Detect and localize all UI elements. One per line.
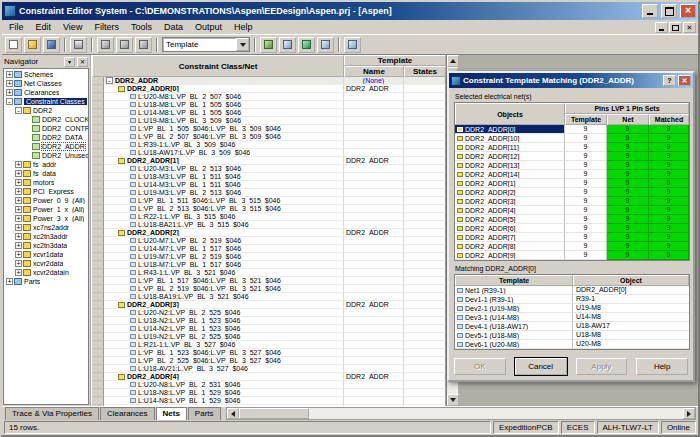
matched-count-cell[interactable]: 9 (649, 170, 689, 179)
tree-expander-icon[interactable]: + (15, 224, 22, 231)
navigator-close-icon[interactable]: ✕ (77, 57, 88, 67)
grid-row-l-u14-m7-l-vp-bl-1-517-046[interactable]: L:U14-M7:L.VP_BL_1_517_$046 (92, 245, 446, 253)
net-count-cell[interactable]: 9 (607, 215, 649, 224)
grid-row-ddr2-addr-4[interactable]: DDR2_ADDR[4]DDR2_ADDR (92, 373, 446, 381)
tree-item-ddr2-clocks[interactable]: DDR2_CLOCKS (5, 115, 88, 124)
template-states-cell[interactable] (404, 373, 446, 381)
object-cell[interactable]: DDR2_ADDR[13] (455, 161, 565, 170)
template-name-cell[interactable] (344, 245, 404, 253)
menu-output[interactable]: Output (189, 21, 228, 33)
net-count-cell[interactable]: 9 (607, 143, 649, 152)
net-count-cell[interactable]: 9 (607, 125, 649, 134)
tree-expander-icon[interactable]: + (15, 188, 22, 195)
grid-row-l-u14-m8-l-vp-bl-1-505-046[interactable]: L:U14-M8:L.VP_BL_1_505_$046 (92, 109, 446, 117)
dialog-object-row-ddr2-addr-13[interactable]: DDR2_ADDR[13]999 (455, 161, 689, 170)
grid-row-l-u19-n2-l-vp-bl-2-525-046[interactable]: L:U19-N2:L.VP_BL_2_525_$046 (92, 333, 446, 341)
match-object-cell[interactable]: DDR2_ADDR[0] (573, 286, 689, 295)
template-count-cell[interactable]: 9 (565, 251, 607, 260)
tree-expander-icon[interactable]: + (15, 179, 22, 186)
grid-row-l-u20-n8-l-vp-bl-2-531-046[interactable]: L:U20-N8:L.VP_BL_2_531_$046 (92, 381, 446, 389)
match-template-cell[interactable]: Dev6-1 (U20-M8) (455, 340, 573, 349)
template-count-cell[interactable]: 9 (565, 224, 607, 233)
tree-item-ddr2-unused[interactable]: DDR2_Unused (5, 151, 88, 160)
matched-count-cell[interactable]: 9 (649, 188, 689, 197)
title-bar[interactable]: Constraint Editor System - C:\DEMONSTRAT… (2, 2, 698, 20)
template-column-header[interactable]: Template (565, 114, 607, 125)
tree-item-pci-express[interactable]: +PCI_Express (5, 187, 88, 196)
template-states-cell[interactable] (404, 213, 446, 221)
template-states-cell[interactable] (404, 149, 446, 157)
template-count-cell[interactable]: 9 (565, 206, 607, 215)
grid-row-l-vp-bl-2-507-046-l-vp-bl-3-509-046[interactable]: L:VP_BL_2_507_$046:L.VP_BL_3_509_$046 (92, 133, 446, 141)
template-states-cell[interactable] (404, 397, 446, 405)
dialog-title-bar[interactable]: Constraint Template Matching (DDR2_ADDR)… (449, 73, 693, 88)
matched-count-cell[interactable]: 9 (649, 233, 689, 242)
object-cell[interactable]: DDR2_ADDR[3] (455, 197, 565, 206)
tree-expander-icon[interactable]: + (15, 233, 22, 240)
match-template-cell[interactable]: Dev1-1 (R39-1) (455, 295, 573, 304)
tree-expander-icon[interactable]: + (15, 161, 22, 168)
template-name-cell[interactable] (344, 101, 404, 109)
template-states-cell[interactable] (404, 85, 446, 93)
tree-item-fs-data[interactable]: +fs_data (5, 169, 88, 178)
template-states-cell[interactable] (404, 405, 446, 406)
template-name-cell[interactable] (344, 205, 404, 213)
dialog-match-row-dev1-1-r39-1[interactable]: Dev1-1 (R39-1)R39-1 (455, 295, 689, 304)
object-cell[interactable]: DDR2_ADDR[0] (455, 125, 565, 134)
template-count-cell[interactable]: 9 (565, 197, 607, 206)
template-name-cell[interactable] (344, 189, 404, 197)
template-states-cell[interactable] (404, 301, 446, 309)
grid-row-l-u18-aw17-l-vp-bl-3-509-046[interactable]: L:U18-AW17:L.VP_BL_3_509_$046 (92, 149, 446, 157)
grid-row-l-vp-bl-1-505-046-l-vp-bl-3-509-046[interactable]: L:VP_BL_1_505_$046:L.VP_BL_3_509_$046 (92, 125, 446, 133)
template-states-cell[interactable] (404, 365, 446, 373)
match-object-cell[interactable]: R39-1 (573, 295, 689, 304)
dialog-object-row-ddr2-addr-14[interactable]: DDR2_ADDR[14]999 (455, 170, 689, 179)
template-name-cell[interactable] (344, 213, 404, 221)
dialog-match-row-dev5-1-u18-m8[interactable]: Dev5-1 (U18-M8)U18-M8 (455, 331, 689, 340)
dialog-object-row-ddr2-addr-4[interactable]: DDR2_ADDR[4]999 (455, 206, 689, 215)
mdi-close-icon[interactable]: ✕ (683, 22, 696, 33)
matched-count-cell[interactable]: 9 (649, 179, 689, 188)
match-object-cell[interactable]: U19-M8 (573, 304, 689, 313)
toolbar-button-display-icon[interactable] (317, 37, 334, 53)
tree-expander-icon[interactable]: + (6, 278, 13, 285)
dialog-object-row-ddr2-addr-8[interactable]: DDR2_ADDR[8]999 (455, 242, 689, 251)
template-states-cell[interactable] (404, 245, 446, 253)
object-cell[interactable]: DDR2_ADDR[1] (455, 179, 565, 188)
column-header-name[interactable]: Name (344, 66, 404, 77)
object-cell[interactable]: DDR2_ADDR[4] (455, 206, 565, 215)
template-states-cell[interactable] (404, 133, 446, 141)
menu-help[interactable]: Help (228, 21, 259, 33)
dialog-match-row-dev2-1-u19-m8[interactable]: Dev2-1 (U19-M8)U19-M8 (455, 304, 689, 313)
template-states-cell[interactable] (404, 237, 446, 245)
tree-expander-icon[interactable]: + (15, 242, 22, 249)
menu-filters[interactable]: Filters (88, 21, 125, 33)
match-object-cell[interactable]: U14-M8 (573, 313, 689, 322)
grid-row-l-u18-av21-l-vp-bl-3-527-046[interactable]: L:U18-AV21:L.VP_BL_3_527_$046 (92, 365, 446, 373)
template-combobox[interactable]: Template (162, 37, 250, 52)
grid-row-l-vp-bl-2-525-046-l-vp-bl-3-527-046[interactable]: L:VP_BL_2_525_$046:L.VP_BL_3_527_$046 (92, 357, 446, 365)
template-name-cell[interactable] (344, 389, 404, 397)
template-name-cell[interactable] (344, 341, 404, 349)
template-states-cell[interactable] (404, 253, 446, 261)
template-name-cell[interactable] (344, 165, 404, 173)
match-template-cell[interactable]: Dev4-1 (U18-AW17) (455, 322, 573, 331)
object-cell[interactable]: DDR2_ADDR[14] (455, 170, 565, 179)
template-name-cell[interactable] (344, 93, 404, 101)
template-name-cell[interactable] (344, 109, 404, 117)
template-name-cell[interactable] (344, 293, 404, 301)
object-cell[interactable]: DDR2_ADDR[2] (455, 188, 565, 197)
template-name-cell[interactable]: DDR2_ADDR (344, 373, 404, 381)
template-states-cell[interactable] (404, 77, 446, 85)
toolbar-button-filter-icon[interactable] (260, 37, 277, 53)
object-cell[interactable]: DDR2_ADDR[12] (455, 152, 565, 161)
template-states-cell[interactable] (404, 285, 446, 293)
template-states-cell[interactable] (404, 357, 446, 365)
tree-expander-icon[interactable]: + (15, 206, 22, 213)
template-states-cell[interactable] (404, 125, 446, 133)
tree-expander-icon[interactable]: + (6, 80, 13, 87)
grid-row-l-vp-bl-1-523-046-l-vp-bl-3-527-046[interactable]: L:VP_BL_1_523_$046:L.VP_BL_3_527_$046 (92, 349, 446, 357)
scroll-left-icon[interactable] (227, 408, 239, 419)
template-name-cell[interactable] (344, 253, 404, 261)
template-name-cell[interactable] (344, 381, 404, 389)
